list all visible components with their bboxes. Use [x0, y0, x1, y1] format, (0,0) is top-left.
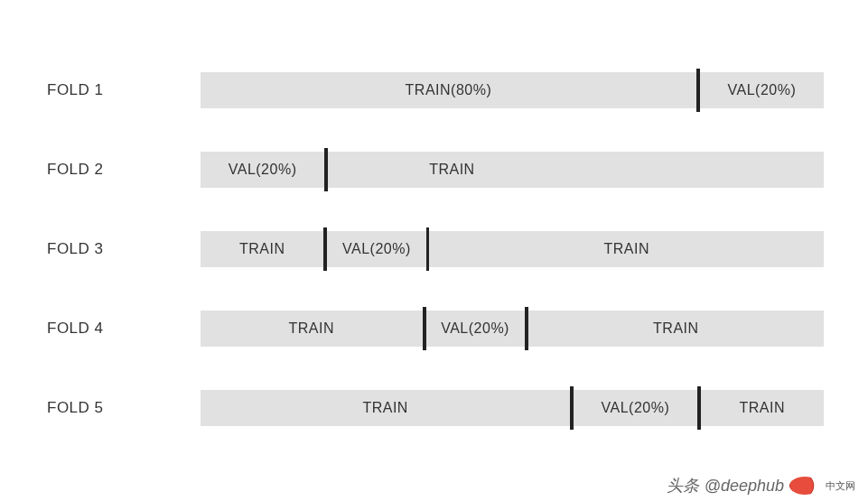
- watermark-suffix: 中文网: [826, 479, 855, 493]
- fold-row: FOLD 4TRAINVAL(20%)TRAIN: [47, 311, 824, 347]
- fold-row: FOLD 1TRAIN(80%)VAL(20%): [47, 72, 824, 108]
- segment: TRAIN: [528, 311, 824, 347]
- segment: VAL(20%): [426, 311, 525, 347]
- watermark-prefix: 头条: [667, 475, 699, 496]
- fold-bar: VAL(20%)TRAIN: [201, 152, 824, 188]
- kfold-diagram: FOLD 1TRAIN(80%)VAL(20%)FOLD 2VAL(20%)TR…: [47, 72, 824, 469]
- fold-label: FOLD 1: [47, 81, 201, 99]
- fold-row: FOLD 5TRAINVAL(20%)TRAIN: [47, 390, 824, 426]
- fold-row: FOLD 3TRAINVAL(20%)TRAIN: [47, 231, 824, 267]
- watermark: 头条 @deephub 中文网: [667, 475, 855, 496]
- fold-bar: TRAINVAL(20%)TRAIN: [201, 311, 824, 347]
- fold-label: FOLD 3: [47, 240, 201, 258]
- segment: TRAIN: [429, 231, 824, 267]
- segment: TRAIN: [701, 390, 824, 426]
- fold-bar: TRAINVAL(20%)TRAIN: [201, 231, 824, 267]
- fold-label: FOLD 5: [47, 399, 201, 417]
- segment: VAL(20%): [201, 152, 324, 188]
- segment: TRAIN(80%): [201, 72, 696, 108]
- fold-label: FOLD 4: [47, 320, 201, 338]
- logo-icon: [789, 477, 820, 495]
- fold-row: FOLD 2VAL(20%)TRAIN: [47, 152, 824, 188]
- segment: VAL(20%): [574, 390, 696, 426]
- segment: VAL(20%): [700, 72, 824, 108]
- fold-bar: TRAINVAL(20%)TRAIN: [201, 390, 824, 426]
- watermark-at: @deephub: [705, 477, 784, 496]
- segment: VAL(20%): [327, 231, 425, 267]
- fold-label: FOLD 2: [47, 161, 201, 179]
- segment: TRAIN: [201, 231, 323, 267]
- segment: [576, 152, 824, 188]
- segment: TRAIN: [201, 311, 423, 347]
- segment: TRAIN: [201, 390, 570, 426]
- fold-bar: TRAIN(80%)VAL(20%): [201, 72, 824, 108]
- segment: TRAIN: [328, 152, 575, 188]
